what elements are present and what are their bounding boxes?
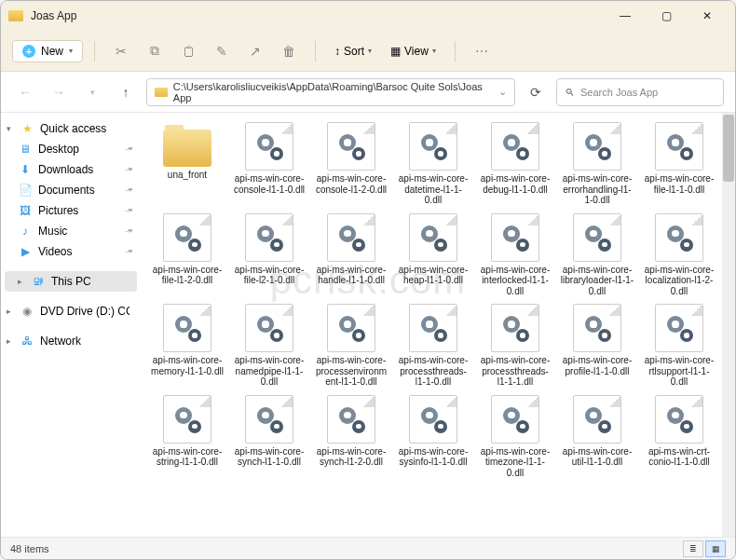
file-item[interactable]: api-ms-win-core-handle-l1-1-0.dll <box>312 212 390 299</box>
cut-icon[interactable]: ✂ <box>106 36 136 66</box>
file-item[interactable]: api-ms-win-core-string-l1-1-0.dll <box>148 393 226 481</box>
scrollbar[interactable] <box>722 113 735 537</box>
file-label: api-ms-win-core-heap-l1-1-0.dll <box>396 265 470 286</box>
share-icon[interactable]: ↗ <box>240 36 270 66</box>
sort-button[interactable]: ↕ Sort ▾ <box>327 41 379 61</box>
view-button[interactable]: ▦ View ▾ <box>383 41 443 61</box>
chevron-down-icon: ▾ <box>7 124 14 133</box>
search-input[interactable]: 🔍︎ Search Joas App <box>556 78 724 106</box>
folder-item[interactable]: una_front <box>148 120 226 208</box>
file-label: api-ms-win-core-localization-l1-2-0.dll <box>642 265 716 297</box>
file-item[interactable]: api-ms-win-core-file-l1-1-0.dll <box>640 120 718 208</box>
sidebar-item-quick-access[interactable]: ▾ ★ Quick access <box>1 118 141 139</box>
details-view-button[interactable]: ≣ <box>683 540 703 557</box>
file-item[interactable]: api-ms-win-core-file-l1-2-0.dll <box>148 212 226 299</box>
separator <box>455 41 456 61</box>
file-label: api-ms-win-core-rtlsupport-l1-1-0.dll <box>642 355 716 388</box>
file-label: una_front <box>168 170 207 181</box>
pin-icon: 📌︎ <box>123 184 135 196</box>
file-label: api-ms-win-core-libraryloader-l1-1-0.dll <box>560 265 634 297</box>
file-item[interactable]: api-ms-win-core-console-l1-2-0.dll <box>312 120 390 208</box>
file-item[interactable]: api-ms-win-core-interlocked-l1-1-0.dll <box>476 212 554 299</box>
disc-icon: ◉ <box>20 305 34 318</box>
body: ▾ ★ Quick access 🖥︎ Desktop 📌︎ ⬇ Downloa… <box>1 113 735 537</box>
sidebar-item-desktop[interactable]: 🖥︎ Desktop 📌︎ <box>1 139 141 159</box>
minimize-button[interactable]: — <box>605 1 646 31</box>
delete-icon[interactable]: 🗑︎ <box>274 36 304 66</box>
address-bar[interactable]: C:\Users\karolisliucveikis\AppData\Roami… <box>146 78 515 106</box>
file-item[interactable]: api-ms-win-core-namedpipe-l1-1-0.dll <box>230 302 308 389</box>
file-pane[interactable]: una_frontapi-ms-win-core-console-l1-1-0.… <box>141 113 735 537</box>
file-item[interactable]: api-ms-win-core-memory-l1-1-0.dll <box>148 302 226 389</box>
file-item[interactable]: api-ms-win-core-debug-l1-1-0.dll <box>476 120 554 208</box>
file-item[interactable]: api-ms-win-core-processthreads-l1-1-0.dl… <box>394 302 472 389</box>
sidebar-item-documents[interactable]: 📄 Documents 📌︎ <box>1 180 141 200</box>
rename-icon[interactable]: ✎ <box>207 36 237 66</box>
chevron-down-icon: ▾ <box>368 47 372 55</box>
pin-icon: 📌︎ <box>123 225 135 237</box>
dll-file-icon <box>409 304 457 352</box>
maximize-button[interactable]: ▢ <box>646 1 687 31</box>
file-item[interactable]: api-ms-win-core-heap-l1-1-0.dll <box>394 212 472 299</box>
file-label: api-ms-win-core-handle-l1-1-0.dll <box>314 265 388 286</box>
back-button[interactable]: ← <box>12 79 38 105</box>
file-item[interactable]: api-ms-win-core-sysinfo-l1-1-0.dll <box>394 393 472 481</box>
dll-file-icon <box>245 213 293 262</box>
up-button[interactable]: ↑ <box>113 79 139 105</box>
copy-icon[interactable]: ⧉ <box>140 36 170 66</box>
dll-file-icon <box>491 213 539 262</box>
paste-icon[interactable]: 📋︎ <box>173 36 203 66</box>
file-item[interactable]: api-ms-win-core-synch-l1-1-0.dll <box>230 393 308 481</box>
dll-file-icon <box>245 395 293 444</box>
file-item[interactable]: api-ms-win-core-datetime-l1-1-0.dll <box>394 120 472 208</box>
sidebar-item-downloads[interactable]: ⬇ Downloads 📌︎ <box>1 159 141 180</box>
file-item[interactable]: api-ms-win-core-util-l1-1-0.dll <box>558 393 636 481</box>
star-icon: ★ <box>20 122 34 135</box>
file-label: api-ms-win-core-timezone-l1-1-0.dll <box>478 446 552 479</box>
file-item[interactable]: api-ms-win-core-profile-l1-1-0.dll <box>558 302 636 389</box>
new-label: New <box>41 45 63 58</box>
file-item[interactable]: api-ms-win-core-errorhandling-l1-1-0.dll <box>558 120 636 208</box>
file-item[interactable]: api-ms-win-crt-conio-l1-1-0.dll <box>640 393 718 481</box>
sidebar-item-pictures[interactable]: 🖼︎ Pictures 📌︎ <box>1 200 141 221</box>
sidebar-item-network[interactable]: ▸ 🖧 Network <box>1 331 141 351</box>
dll-file-icon <box>163 395 211 444</box>
dll-file-icon <box>409 395 457 444</box>
file-item[interactable]: api-ms-win-core-localization-l1-2-0.dll <box>640 212 718 299</box>
downloads-icon: ⬇ <box>18 163 33 176</box>
documents-icon: 📄 <box>18 184 33 197</box>
chevron-down-icon[interactable]: ▾ <box>79 79 105 105</box>
file-item[interactable]: api-ms-win-core-libraryloader-l1-1-0.dll <box>558 212 636 299</box>
file-item[interactable]: api-ms-win-core-file-l2-1-0.dll <box>230 212 308 299</box>
dll-file-icon <box>573 304 621 352</box>
sidebar-item-dvd[interactable]: ▸ ◉ DVD Drive (D:) CCCOMA_X64FRE_EN-US_D… <box>1 301 141 321</box>
sidebar-item-this-pc[interactable]: ▸ 🖳 This PC <box>5 271 137 292</box>
file-label: api-ms-win-core-file-l1-1-0.dll <box>642 173 716 195</box>
refresh-button[interactable]: ⟳ <box>523 79 549 105</box>
dll-file-icon <box>655 213 703 262</box>
scrollbar-thumb[interactable] <box>723 115 734 182</box>
chevron-right-icon: ▸ <box>7 336 14 346</box>
separator <box>315 41 316 61</box>
file-label: api-ms-win-core-processthreads-l1-1-0.dl… <box>396 355 470 388</box>
dll-file-icon <box>655 395 703 444</box>
file-item[interactable]: api-ms-win-core-timezone-l1-1-0.dll <box>476 393 554 481</box>
file-item[interactable]: api-ms-win-core-processthreads-l1-1-1.dl… <box>476 302 554 389</box>
sidebar-item-music[interactable]: ♪ Music 📌︎ <box>1 221 141 241</box>
pin-icon: 📌︎ <box>123 204 135 216</box>
forward-button[interactable]: → <box>46 79 72 105</box>
file-item[interactable]: api-ms-win-core-synch-l1-2-0.dll <box>312 393 390 481</box>
new-button[interactable]: + New ▾ <box>12 40 83 62</box>
plus-icon: + <box>22 45 35 58</box>
file-item[interactable]: api-ms-win-core-rtlsupport-l1-1-0.dll <box>640 302 718 389</box>
search-icon: 🔍︎ <box>565 87 575 98</box>
dll-file-icon <box>655 304 703 352</box>
file-item[interactable]: api-ms-win-core-processenvironment-l1-1-… <box>312 302 390 389</box>
icons-view-button[interactable]: ▦ <box>705 540 726 557</box>
more-icon[interactable]: ⋯ <box>467 36 497 66</box>
file-explorer-window: Joas App — ▢ ✕ + New ▾ ✂ ⧉ 📋︎ ✎ ↗ 🗑︎ ↕ S… <box>0 0 736 560</box>
file-item[interactable]: api-ms-win-core-console-l1-1-0.dll <box>230 120 308 208</box>
pin-icon: 📌︎ <box>123 143 135 155</box>
close-button[interactable]: ✕ <box>687 1 728 31</box>
sidebar-item-videos[interactable]: ▶ Videos 📌︎ <box>1 241 141 262</box>
